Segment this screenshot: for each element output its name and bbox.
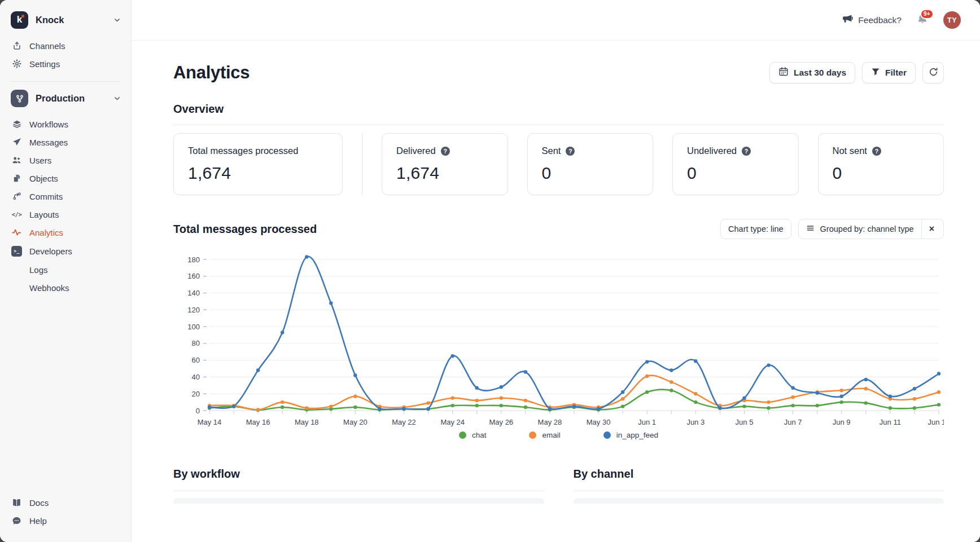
production-env-icon	[11, 90, 28, 107]
sidebar-item-users[interactable]: Users	[8, 151, 123, 169]
svg-text:80: 80	[192, 339, 200, 347]
pill-divider	[921, 219, 922, 239]
svg-text:Jun 7: Jun 7	[784, 418, 802, 426]
legend-label: in_app_feed	[616, 431, 658, 439]
feedback-button[interactable]: Feedback?	[842, 14, 902, 27]
workspace-nav: Channels Settings	[8, 37, 123, 73]
stat-card-not-sent: Not sent ? 0	[818, 133, 944, 195]
legend-swatch	[529, 431, 536, 439]
messages-line-chart: 020406080100120140160180May 14May 16May …	[173, 250, 944, 439]
stat-value: 0	[687, 164, 784, 183]
notifications-button[interactable]: 9+	[916, 13, 929, 28]
environment-switcher[interactable]: Production	[8, 90, 123, 107]
stat-card-delivered: Delivered ? 1,674	[382, 133, 508, 195]
svg-text:May 14: May 14	[198, 418, 222, 426]
main-area: Feedback? 9+ TY Analytics Last 30 da	[132, 0, 980, 542]
stat-value: 0	[833, 164, 930, 183]
sidebar-item-settings[interactable]: Settings	[8, 55, 123, 73]
svg-text:Jun 1: Jun 1	[638, 418, 656, 426]
sidebar-item-help[interactable]: Help	[8, 512, 123, 530]
svg-text:0: 0	[196, 407, 200, 415]
page-toolbar: Last 30 days Filter	[769, 62, 944, 83]
layers-icon	[11, 120, 22, 129]
help-icon[interactable]: ?	[441, 147, 450, 156]
svg-text:60: 60	[192, 356, 200, 364]
legend-item-email[interactable]: email	[529, 431, 560, 439]
sidebar-item-layouts[interactable]: </> Layouts	[8, 205, 123, 223]
date-range-button[interactable]: Last 30 days	[769, 62, 855, 83]
stat-value: 1,674	[396, 164, 493, 183]
environment-name: Production	[36, 93, 106, 104]
svg-text:Jun 11: Jun 11	[880, 418, 901, 426]
legend-label: email	[542, 431, 560, 439]
by-channel-section: By channel	[574, 468, 944, 504]
stat-card-undelivered: Undelivered ? 0	[672, 133, 799, 195]
channels-icon	[11, 41, 22, 50]
stat-value: 1,674	[188, 164, 328, 183]
paper-plane-icon	[11, 138, 22, 147]
book-icon	[11, 498, 22, 508]
sidebar-item-webhooks[interactable]: Webhooks	[8, 279, 123, 297]
chevron-down-icon	[113, 16, 121, 24]
page-title: Analytics	[173, 63, 250, 83]
by-workflow-heading: By workflow	[173, 468, 544, 481]
chart-canvas: 020406080100120140160180May 14May 16May …	[173, 250, 944, 426]
svg-text:20: 20	[192, 390, 200, 398]
knock-logo: k	[11, 11, 28, 29]
svg-text:May 30: May 30	[587, 418, 611, 426]
git-branch-icon	[11, 192, 22, 201]
table-header-stub	[574, 498, 944, 504]
overview-heading: Overview	[173, 103, 944, 116]
help-icon[interactable]: ?	[566, 147, 575, 156]
stat-value: 0	[542, 164, 639, 183]
legend-swatch	[459, 431, 466, 439]
stat-card-sent: Sent ? 0	[527, 133, 654, 195]
calendar-icon	[778, 67, 789, 79]
cards-divider	[362, 133, 362, 195]
help-icon[interactable]: ?	[872, 147, 881, 156]
stat-cards: Total messages processed 1,674 Delivered…	[173, 133, 944, 195]
sidebar-item-logs[interactable]: Logs	[8, 261, 123, 279]
legend-item-chat[interactable]: chat	[459, 431, 487, 439]
avatar[interactable]: TY	[943, 11, 961, 29]
sidebar-item-commits[interactable]: Commits	[8, 187, 123, 205]
svg-text:May 16: May 16	[246, 418, 270, 426]
sidebar-item-docs[interactable]: Docs	[8, 493, 123, 512]
funnel-icon	[871, 67, 880, 78]
sidebar-item-channels[interactable]: Channels	[8, 37, 123, 55]
section-rule	[574, 491, 944, 491]
svg-text:May 22: May 22	[392, 418, 416, 426]
topbar: Feedback? 9+ TY	[132, 0, 980, 41]
app-window: k Knock Channels Settings	[0, 0, 980, 542]
terminal-icon: >_	[11, 246, 22, 257]
svg-text:160: 160	[187, 272, 200, 280]
chart-controls: Chart type: line Grouped by: channel typ…	[720, 219, 944, 239]
refresh-button[interactable]	[922, 62, 944, 83]
megaphone-icon	[842, 14, 853, 27]
filter-button[interactable]: Filter	[862, 62, 916, 83]
chat-bubble-icon	[11, 516, 22, 526]
cube-icon	[11, 174, 22, 183]
legend-item-in_app_feed[interactable]: in_app_feed	[603, 431, 658, 439]
environment-nav: Workflows Messages Users Objects	[8, 115, 123, 297]
sidebar-divider	[11, 81, 121, 82]
sidebar-item-messages[interactable]: Messages	[8, 133, 123, 151]
sidebar: k Knock Channels Settings	[0, 0, 132, 542]
svg-text:180: 180	[187, 255, 200, 264]
svg-text:May 26: May 26	[489, 418, 513, 426]
table-header-stub	[173, 498, 544, 504]
section-rule	[173, 491, 544, 491]
sidebar-item-developers[interactable]: >_ Developers	[8, 241, 123, 261]
chart-type-pill[interactable]: Chart type: line	[720, 219, 791, 239]
page-content: Analytics Last 30 days Filter	[132, 41, 980, 542]
chevron-down-icon	[113, 95, 121, 102]
close-icon[interactable]: ×	[928, 224, 936, 233]
sidebar-item-workflows[interactable]: Workflows	[8, 115, 123, 133]
svg-text:100: 100	[187, 323, 200, 331]
grouped-by-pill[interactable]: Grouped by: channel type ×	[798, 219, 944, 239]
workspace-switcher[interactable]: k Knock	[8, 11, 123, 29]
sidebar-item-objects[interactable]: Objects	[8, 169, 123, 187]
help-icon[interactable]: ?	[742, 147, 751, 156]
notification-badge: 9+	[920, 9, 934, 19]
sidebar-item-analytics[interactable]: Analytics	[8, 223, 123, 241]
